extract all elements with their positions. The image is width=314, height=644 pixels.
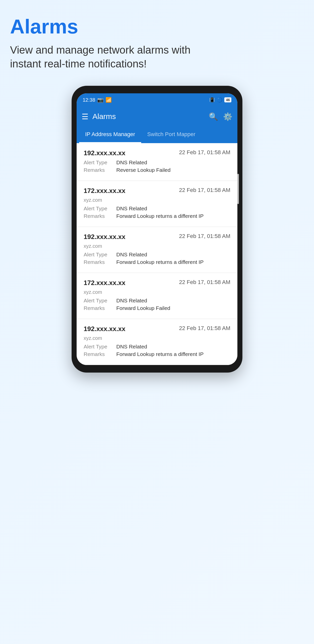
alert-type-label-3: Alert Type [84, 298, 114, 304]
alarm-alert-type-row-0: Alert Type DNS Related [84, 159, 230, 166]
alert-type-value-4: DNS Related [116, 344, 147, 350]
remarks-value-3: Forward Lookup Failed [116, 305, 170, 311]
remarks-label-0: Remarks [84, 167, 114, 173]
alarm-ip-1: 172.xxx.xx.xx [84, 187, 125, 195]
alarm-remarks-row-1: Remarks Forward Lookup returns a differe… [84, 213, 230, 219]
alarm-remarks-row-4: Remarks Forward Lookup returns a differe… [84, 351, 230, 357]
alarm-header-2: 192.xxx.xx.xx 22 Feb 17, 01:58 AM [84, 233, 230, 241]
alarm-domain-2: xyz.com [84, 243, 230, 249]
remarks-label-3: Remarks [84, 305, 114, 311]
remarks-label-4: Remarks [84, 351, 114, 357]
alarm-header-4: 192.xxx.xx.xx 22 Feb 17, 01:58 AM [84, 325, 230, 333]
alarm-header-1: 172.xxx.xx.xx 22 Feb 17, 01:58 AM [84, 187, 230, 195]
alarm-domain-1: xyz.com [84, 197, 230, 203]
toolbar-title: Alarms [92, 112, 116, 121]
remarks-value-0: Reverse Lookup Failed [116, 167, 171, 173]
alert-type-label-4: Alert Type [84, 344, 114, 350]
alarm-alert-type-row-3: Alert Type DNS Related [84, 298, 230, 304]
alarm-ip-3: 172.xxx.xx.xx [84, 279, 125, 287]
remarks-label-1: Remarks [84, 213, 114, 219]
alarm-time-2: 22 Feb 17, 01:58 AM [179, 233, 230, 239]
bluetooth-icon: 🔵 [217, 97, 222, 103]
status-left: 12:38 📷 📶 [83, 97, 112, 103]
alarm-remarks-row-3: Remarks Forward Lookup Failed [84, 305, 230, 311]
alarm-item-4[interactable]: 192.xxx.xx.xx 22 Feb 17, 01:58 AM xyz.co… [77, 319, 237, 365]
alarm-domain-4: xyz.com [84, 335, 230, 341]
alarm-remarks-row-0: Remarks Reverse Lookup Failed [84, 167, 230, 173]
alarm-domain-3: xyz.com [84, 289, 230, 295]
alarm-alert-type-row-1: Alert Type DNS Related [84, 206, 230, 212]
remarks-value-4: Forward Lookup returns a different IP [116, 351, 203, 357]
alert-type-value-2: DNS Related [116, 252, 147, 258]
tab-ip-address-manager[interactable]: IP Address Manager [79, 127, 141, 143]
alarm-remarks-row-2: Remarks Forward Lookup returns a differe… [84, 259, 230, 265]
alarm-ip-0: 192.xxx.xx.xx [84, 149, 125, 157]
alarm-ip-4: 192.xxx.xx.xx [84, 325, 125, 333]
page-subtitle: View and manage network alarms with inst… [10, 43, 211, 71]
alarm-alert-type-row-2: Alert Type DNS Related [84, 252, 230, 258]
page-title: Alarms [10, 15, 304, 38]
page-wrapper: Alarms View and manage network alarms wi… [10, 15, 304, 373]
toolbar-right: 🔍 ⚙️ [209, 112, 232, 121]
alarm-alert-type-row-4: Alert Type DNS Related [84, 344, 230, 350]
alert-type-value-0: DNS Related [116, 159, 147, 166]
alarm-time-1: 22 Feb 17, 01:58 AM [179, 187, 230, 193]
search-icon[interactable]: 🔍 [209, 112, 218, 121]
alert-type-label-2: Alert Type [84, 252, 114, 258]
phone-mockup: 12:38 📷 📶 📳 🔵 46 ☰ Alarms 🔍 ⚙ [72, 86, 242, 373]
remarks-value-1: Forward Lookup returns a different IP [116, 213, 203, 219]
tab-switch-port-mapper[interactable]: Switch Port Mapper [141, 127, 201, 143]
filter-icon[interactable]: ⚙️ [223, 112, 232, 121]
alarm-time-0: 22 Feb 17, 01:58 AM [179, 149, 230, 156]
alarm-list: 192.xxx.xx.xx 22 Feb 17, 01:58 AM Alert … [77, 143, 237, 365]
status-time: 12:38 [83, 97, 95, 103]
status-bar: 12:38 📷 📶 📳 🔵 46 [77, 93, 237, 106]
battery-level: 46 [224, 97, 231, 102]
wifi-icon: 📶 [106, 97, 112, 103]
alarm-item-1[interactable]: 172.xxx.xx.xx 22 Feb 17, 01:58 AM xyz.co… [77, 181, 237, 227]
alert-type-value-1: DNS Related [116, 206, 147, 212]
toolbar-left: ☰ Alarms [82, 112, 116, 121]
alarm-item-2[interactable]: 192.xxx.xx.xx 22 Feb 17, 01:58 AM xyz.co… [77, 227, 237, 273]
camera-icon: 📷 [97, 97, 103, 103]
app-toolbar: ☰ Alarms 🔍 ⚙️ [77, 106, 237, 127]
tabs-bar: IP Address Manager Switch Port Mapper [77, 127, 237, 143]
vibrate-icon: 📳 [209, 97, 215, 103]
alarm-header-0: 192.xxx.xx.xx 22 Feb 17, 01:58 AM [84, 149, 230, 157]
alert-type-label-0: Alert Type [84, 159, 114, 166]
phone-screen: 12:38 📷 📶 📳 🔵 46 ☰ Alarms 🔍 ⚙ [77, 93, 237, 365]
page-header: Alarms View and manage network alarms wi… [10, 15, 304, 71]
menu-icon[interactable]: ☰ [82, 112, 88, 121]
alarm-time-4: 22 Feb 17, 01:58 AM [179, 325, 230, 332]
alert-type-value-3: DNS Related [116, 298, 147, 304]
status-right: 📳 🔵 46 [209, 97, 231, 103]
alert-type-label-1: Alert Type [84, 206, 114, 212]
alarm-item-3[interactable]: 172.xxx.xx.xx 22 Feb 17, 01:58 AM xyz.co… [77, 273, 237, 319]
scroll-indicator[interactable] [237, 174, 239, 204]
alarm-header-3: 172.xxx.xx.xx 22 Feb 17, 01:58 AM [84, 279, 230, 287]
alarm-item-0[interactable]: 192.xxx.xx.xx 22 Feb 17, 01:58 AM Alert … [77, 143, 237, 181]
remarks-value-2: Forward Lookup returns a different IP [116, 259, 203, 265]
alarm-ip-2: 192.xxx.xx.xx [84, 233, 125, 241]
remarks-label-2: Remarks [84, 259, 114, 265]
alarm-time-3: 22 Feb 17, 01:58 AM [179, 279, 230, 286]
